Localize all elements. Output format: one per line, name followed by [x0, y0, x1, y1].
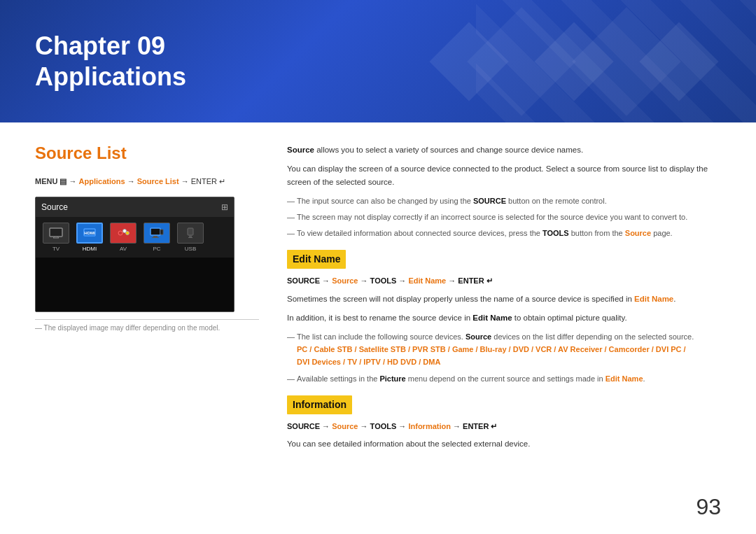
- pc-label: PC: [153, 246, 160, 252]
- information-link: Information: [408, 422, 451, 430]
- edit-name-title: Edit Name: [287, 250, 346, 269]
- main-content: Source List MENU ▤ → Applications → Sour…: [0, 122, 756, 513]
- note3-end: page.: [651, 229, 673, 237]
- device-list-items: PC / Cable STB / Satellite STB / PVR STB…: [297, 345, 686, 353]
- source-bar-icon: ⊞: [221, 202, 228, 212]
- usb-icon: [177, 223, 204, 244]
- enter-label-2: ENTER ↵: [463, 422, 497, 430]
- source-screen-mockup: Source ⊞ TV: [35, 197, 234, 312]
- intro-paragraph-1: Source allows you to select a variety of…: [287, 143, 721, 157]
- enter-label: ENTER ↵: [458, 276, 492, 285]
- source-icon-pc: PC: [144, 223, 170, 252]
- available-settings-note: Available settings in the Picture menu d…: [287, 372, 721, 385]
- page-number: 93: [696, 494, 721, 520]
- source-screen-main: [36, 258, 234, 312]
- footnote-dash: ―: [35, 324, 44, 332]
- edit-name-orange-2: Edit Name: [606, 374, 643, 383]
- header-decoration: [448, 0, 700, 122]
- svg-rect-11: [152, 237, 159, 238]
- source-icon-hdmi: HDMI HDMI: [76, 223, 103, 252]
- edit-name-path: SOURCE → Source → TOOLS → Edit Name → EN…: [287, 274, 721, 287]
- avail-prefix: Available settings in the: [297, 374, 379, 383]
- picture-bold: Picture: [379, 374, 405, 383]
- intro-paragraph-2: You can display the screen of a source d…: [287, 162, 721, 189]
- device-list-note: The list can include the following sourc…: [287, 330, 721, 368]
- source-icon-usb: USB: [177, 223, 204, 252]
- header-text-block: Chapter 09 Applications: [35, 31, 186, 91]
- usb-label: USB: [185, 246, 196, 252]
- source-orange-link: Source: [625, 229, 651, 237]
- tools-bold: TOOLS: [542, 229, 569, 237]
- chapter-subtitle: Applications: [35, 62, 186, 92]
- device-prefix: The list can include the following sourc…: [297, 332, 465, 341]
- note1-rest: button on the remote control.: [506, 197, 607, 205]
- source-bar-title: Source: [41, 202, 68, 212]
- note-line-3: To view detailed information about conne…: [287, 227, 721, 239]
- page-header: Chapter 09 Applications: [0, 0, 756, 122]
- menu-path-text: → Applications → Source List → ENTER ↵: [69, 177, 226, 185]
- section-title: Source List: [35, 143, 259, 163]
- edit-name-link: Edit Name: [408, 276, 446, 285]
- svg-rect-0: [50, 228, 62, 237]
- hdmi-icon: HDMI: [76, 223, 103, 244]
- source-icon-tv: TV: [43, 223, 69, 252]
- edit2-rest: to obtain optimal picture quality.: [512, 314, 627, 322]
- footnote-text: The displayed image may differ depending…: [44, 324, 220, 332]
- source-bar: Source ⊞: [36, 197, 234, 217]
- av-label: AV: [120, 246, 127, 252]
- svg-rect-15: [188, 237, 192, 238]
- device-rest: devices on the list differ depending on …: [491, 332, 694, 341]
- tools-label-2: TOOLS: [370, 422, 397, 430]
- note3-prefix: To view detailed information about conne…: [297, 229, 542, 237]
- edit2-prefix: In addition, it is best to rename the so…: [287, 314, 472, 322]
- chapter-label: Chapter 09: [35, 31, 186, 61]
- source-link-2: Source: [332, 422, 358, 430]
- av-icon: [110, 223, 136, 244]
- tv-icon: [43, 223, 69, 244]
- tv-label: TV: [52, 246, 59, 252]
- source-bold-3: Source: [465, 332, 491, 341]
- avail-end: .: [643, 374, 645, 383]
- source-bold: Source: [287, 146, 314, 154]
- svg-text:HDMI: HDMI: [84, 231, 95, 235]
- note-line-1: The input source can also be changed by …: [287, 195, 721, 207]
- information-title: Information: [287, 395, 352, 414]
- device-list-items-2: DVI Devices / TV / IPTV / HD DVD / DMA: [297, 358, 440, 366]
- edit1-end: .: [673, 295, 676, 303]
- edit-paragraph-1: Sometimes the screen will not display pr…: [287, 293, 721, 306]
- intro1-rest: allows you to select a variety of source…: [316, 146, 583, 154]
- avail-middle: menu depend on the current source and se…: [406, 374, 606, 383]
- right-column: Source allows you to select a variety of…: [287, 143, 721, 499]
- left-column: Source List MENU ▤ → Applications → Sour…: [35, 143, 259, 499]
- hdmi-label: HDMI: [83, 246, 97, 252]
- tools-label: TOOLS: [370, 276, 397, 285]
- edit-paragraph-2: In addition, it is best to rename the so…: [287, 311, 721, 325]
- edit-name-bold: Edit Name: [472, 314, 512, 322]
- note1-prefix: The input source can also be changed by …: [297, 197, 473, 205]
- note-line-2: The screen may not display correctly if …: [287, 211, 721, 223]
- source-path-label-2: SOURCE: [287, 422, 320, 430]
- source-bold-2: SOURCE: [473, 197, 506, 205]
- footnote: ― The displayed image may differ dependi…: [35, 319, 259, 332]
- information-path: SOURCE → Source → TOOLS → Information → …: [287, 420, 721, 433]
- svg-point-6: [118, 231, 122, 235]
- menu-path: MENU ▤ → Applications → Source List → EN…: [35, 176, 259, 188]
- pc-icon: [144, 223, 170, 244]
- source-icon-av: AV: [110, 223, 136, 252]
- svg-rect-9: [150, 228, 160, 235]
- edit-name-orange: Edit Name: [634, 295, 673, 303]
- note3-rest: button from the: [569, 229, 625, 237]
- svg-point-8: [126, 231, 130, 234]
- menu-label: MENU ▤: [35, 177, 66, 185]
- svg-rect-13: [188, 228, 193, 235]
- svg-rect-10: [153, 236, 158, 237]
- source-icons-row: TV HDMI HDMI: [36, 217, 234, 258]
- edit1-prefix: Sometimes the screen will not display pr…: [287, 295, 634, 303]
- info-description: You can see detailed information about t…: [287, 437, 721, 451]
- svg-rect-12: [160, 230, 163, 234]
- source-path-label: SOURCE: [287, 276, 320, 285]
- source-link: Source: [332, 276, 358, 285]
